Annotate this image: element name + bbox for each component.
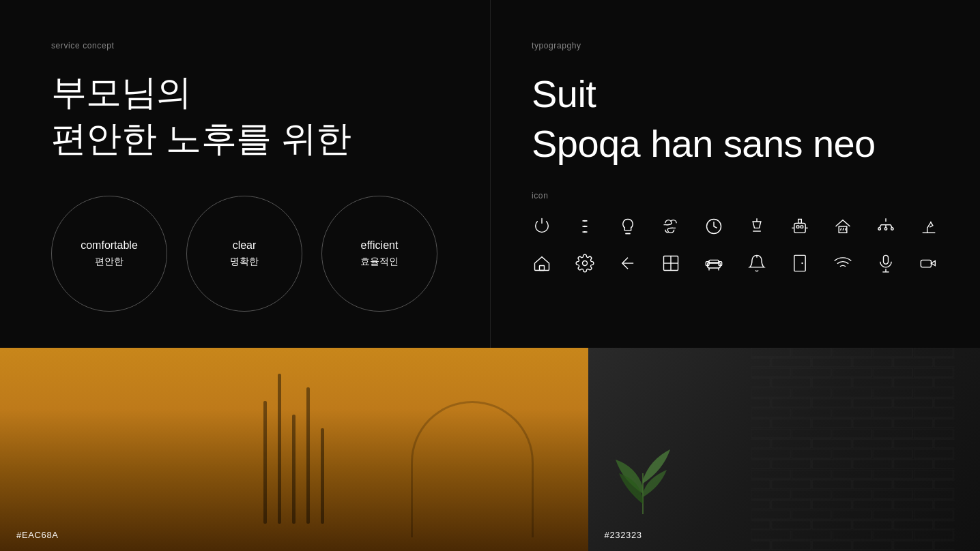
icons-grid xyxy=(532,214,939,276)
sofa-icon xyxy=(704,251,725,276)
icon-section-label: icon xyxy=(532,191,939,200)
back-arrow-icon xyxy=(618,251,639,276)
wind-icon xyxy=(661,214,682,239)
circle-clear: clear 명확한 xyxy=(186,196,302,312)
color-block-left: #EAC68A xyxy=(0,348,588,551)
dots-icon xyxy=(575,214,596,239)
desk-lamp-icon xyxy=(918,214,939,239)
font-display: Suit Spoqa han sans neo xyxy=(532,70,939,169)
svg-rect-11 xyxy=(796,225,799,228)
home-heat-icon xyxy=(832,214,853,239)
chandelier-icon xyxy=(875,214,896,239)
house-icon xyxy=(532,251,553,276)
svg-rect-41 xyxy=(921,260,931,267)
svg-rect-23 xyxy=(540,265,545,270)
svg-rect-36 xyxy=(794,255,805,271)
security-camera-icon xyxy=(918,251,939,276)
svg-point-24 xyxy=(583,260,588,265)
plant-decoration xyxy=(602,426,684,517)
svg-point-18 xyxy=(878,227,881,230)
typography-label: typograpghy xyxy=(532,41,939,50)
svg-point-20 xyxy=(884,227,887,230)
bulb-icon xyxy=(618,214,639,239)
brick-pattern xyxy=(725,348,980,551)
color-hex-right: #232323 xyxy=(605,530,642,540)
svg-rect-45 xyxy=(751,348,954,551)
alarm-icon xyxy=(747,251,768,276)
circle-efficient: efficient 효율적인 xyxy=(321,196,437,312)
color-hex-left: #EAC68A xyxy=(16,530,59,540)
door-icon xyxy=(789,251,810,276)
icons-row-2 xyxy=(532,251,939,276)
pendant-lamp-icon xyxy=(747,214,768,239)
wifi-icon xyxy=(832,251,853,276)
clock-icon xyxy=(704,214,725,239)
machine-icon xyxy=(789,214,810,239)
color-block-right: #232323 xyxy=(588,348,980,551)
power-icon xyxy=(532,214,553,239)
main-title: 부모님의 편안한 노후를 위한 xyxy=(51,70,449,162)
settings-icon xyxy=(575,251,596,276)
concept-circles: comfortable 편안한 clear 명확한 efficient 효율적인 xyxy=(51,196,449,312)
svg-rect-12 xyxy=(801,225,803,228)
svg-point-37 xyxy=(801,262,803,263)
svg-rect-38 xyxy=(883,255,888,264)
circle-comfortable: comfortable 편안한 xyxy=(51,196,167,312)
svg-rect-10 xyxy=(794,223,805,233)
service-concept-label: service concept xyxy=(51,41,449,50)
left-panel: service concept 부모님의 편안한 노후를 위한 comforta… xyxy=(0,0,490,348)
icons-row-1 xyxy=(532,214,939,239)
svg-point-19 xyxy=(891,227,893,230)
right-panel: typograpghy Suit Spoqa han sans neo icon xyxy=(490,0,980,348)
bottom-section: #EAC68A #232323 xyxy=(0,348,980,551)
window-icon xyxy=(661,251,682,276)
mic-icon xyxy=(875,251,896,276)
